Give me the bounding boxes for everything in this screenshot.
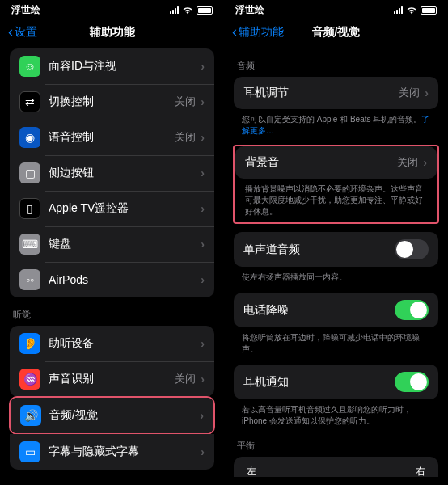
mono-toggle[interactable]: [395, 239, 429, 259]
status-indicators: [394, 6, 437, 15]
headphone-footer: 您可以自定受支持的 Apple 和 Beats 耳机的音频。了解更多…: [224, 109, 448, 138]
chevron-right-icon: ›: [201, 337, 205, 350]
airpods-icon: ◦◦: [19, 269, 40, 290]
row-airpods[interactable]: ◦◦ AirPods ›: [10, 262, 214, 297]
row-hearing-devices[interactable]: 👂 助听设备 ›: [10, 326, 214, 361]
status-bar: 浮世绘: [224, 0, 448, 19]
noise-toggle[interactable]: [395, 300, 429, 320]
wifi-icon: [406, 6, 417, 15]
battery-icon: [197, 6, 213, 15]
keyboard-icon: ⌨: [19, 234, 40, 255]
row-side-button[interactable]: ▢ 侧边按钮 ›: [10, 155, 214, 191]
chevron-right-icon: ›: [201, 238, 205, 251]
row-sound-recognition[interactable]: ♒ 声音识别 关闭 ›: [10, 361, 214, 397]
page-title: 音频/视觉: [312, 25, 361, 40]
section-hearing: 听觉: [0, 297, 224, 326]
row-faceid[interactable]: ☺ 面容ID与注视 ›: [10, 48, 214, 84]
noise-footer: 将您听筒放在耳边时，降噪可减少电话中的环境噪声。: [224, 327, 448, 356]
notify-footer: 若以高音量听耳机音频过久且影响您的听力时，iPhone 会发送通知以保护您的听力…: [224, 399, 448, 428]
signal-icon: [170, 6, 179, 14]
row-headphone-accommodations[interactable]: 耳机调节 关闭 ›: [234, 77, 438, 109]
chevron-right-icon: ›: [201, 167, 205, 179]
balance-left-label: 左: [247, 465, 256, 477]
nav-bar: ‹ 辅助功能 音频/视觉: [224, 19, 448, 48]
status-time: 浮世绘: [11, 3, 40, 17]
chevron-right-icon: ›: [201, 373, 205, 386]
back-button[interactable]: ‹ 辅助功能: [232, 23, 284, 40]
faceid-icon: ☺: [19, 56, 40, 77]
subtitles-icon: ▭: [19, 441, 40, 462]
row-headphone-notifications: 耳机通知: [234, 365, 438, 399]
row-mono-audio: 单声道音频: [234, 232, 438, 267]
status-bar: 浮世绘: [0, 0, 224, 19]
page-title: 辅助功能: [90, 25, 135, 40]
wifi-icon: [182, 6, 193, 15]
row-voice-control[interactable]: ◉ 语音控制 关闭 ›: [10, 120, 214, 155]
row-phone-noise-cancel: 电话降噪: [234, 293, 438, 327]
chevron-left-icon: ‹: [232, 23, 237, 40]
row-audio-visual[interactable]: 🔊 音频/视觉 ›: [11, 398, 213, 433]
section-audio: 音频: [224, 48, 448, 77]
chevron-right-icon: ›: [201, 445, 205, 458]
status-time: 浮世绘: [235, 3, 264, 17]
bgsound-footer: 播放背景噪声以消隐不必要的环境杂声。这些声音可最大限度地减少干扰，助您更加专注、…: [235, 179, 437, 217]
section-balance: 平衡: [224, 428, 448, 457]
section-general: 通用: [0, 470, 224, 477]
ear-icon: 👂: [19, 333, 40, 354]
back-label: 设置: [15, 25, 37, 40]
mono-footer: 使左右扬声器播放同一内容。: [224, 267, 448, 285]
status-indicators: [170, 6, 213, 15]
row-switch-control[interactable]: ⇄ 切换控制 关闭 ›: [10, 84, 214, 120]
row-balance: 左 右: [234, 457, 438, 477]
chevron-right-icon: ›: [200, 409, 204, 422]
side-button-icon: ▢: [19, 162, 40, 183]
chevron-right-icon: ›: [201, 95, 205, 108]
voice-icon: ◉: [19, 127, 40, 148]
chevron-right-icon: ›: [425, 86, 429, 99]
balance-right-label: 右: [416, 465, 425, 477]
back-label: 辅助功能: [239, 25, 284, 40]
row-subtitles[interactable]: ▭ 字幕与隐藏式字幕 ›: [10, 434, 214, 470]
chevron-right-icon: ›: [201, 202, 205, 215]
row-background-sounds[interactable]: 背景音 关闭 ›: [235, 146, 437, 179]
wave-icon: ♒: [19, 369, 40, 390]
chevron-right-icon: ›: [201, 273, 205, 286]
notify-toggle[interactable]: [395, 372, 429, 392]
row-appletv-remote[interactable]: ▯ Apple TV遥控器 ›: [10, 191, 214, 226]
battery-icon: [421, 6, 437, 15]
back-button[interactable]: ‹ 设置: [8, 23, 37, 40]
chevron-right-icon: ›: [201, 131, 205, 144]
chevron-right-icon: ›: [423, 156, 427, 169]
signal-icon: [394, 6, 403, 14]
nav-bar: ‹ 设置 辅助功能: [0, 19, 224, 48]
remote-icon: ▯: [19, 198, 40, 219]
speaker-icon: 🔊: [20, 405, 41, 426]
chevron-left-icon: ‹: [8, 23, 13, 40]
row-keyboard[interactable]: ⌨ 键盘 ›: [10, 226, 214, 262]
switch-icon: ⇄: [19, 91, 40, 112]
chevron-right-icon: ›: [201, 60, 205, 73]
